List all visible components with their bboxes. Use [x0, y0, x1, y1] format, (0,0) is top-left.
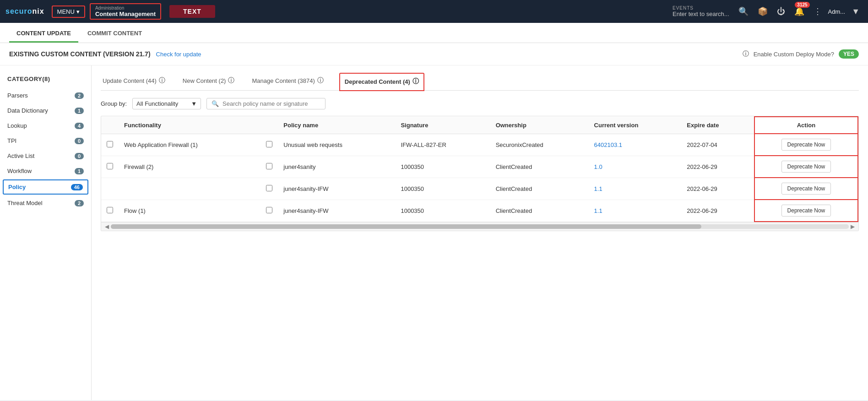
menu-chevron-icon: ▾ [76, 8, 80, 15]
table-row: Firewall (2) juner4sanity 1000350 Client… [101, 156, 858, 178]
search-icon[interactable]: 🔍 [736, 5, 751, 18]
row3-signature: 1000350 [395, 178, 490, 200]
menu-button[interactable]: MENU ▾ [52, 5, 85, 18]
update-content-info-icon: ⓘ [159, 76, 165, 85]
tab-update-content[interactable]: Update Content (44) ⓘ [101, 73, 167, 90]
adm-chevron-icon[interactable]: ▼ [849, 5, 863, 18]
row4-policy-checkbox[interactable] [266, 207, 272, 213]
manage-content-info-icon: ⓘ [317, 76, 324, 85]
group-by-label: Group by: [101, 100, 127, 107]
row4-expire-date: 2022-06-29 [681, 200, 754, 222]
admin-title: Content Management [95, 11, 156, 17]
row1-functionality: Web Application Firewall (1) [119, 134, 260, 156]
col-current-version: Current version [589, 117, 682, 134]
row2-version-link[interactable]: 1.0 [594, 163, 602, 170]
top-navigation: securonix MENU ▾ Administration Content … [0, 0, 868, 23]
events-placeholder: Enter text to search... [673, 11, 729, 17]
tab-new-content-label: New Content (2) [183, 77, 226, 84]
sidebar-item-lookup[interactable]: Lookup 4 [0, 118, 91, 133]
row2-expire-date: 2022-06-29 [681, 156, 754, 178]
page-title: EXISTING CUSTOM CONTENT (VERSION 21.7) [9, 50, 151, 58]
row3-policy-name: juner4sanity-IFW [278, 178, 395, 200]
events-section: EVENTS Enter text to search... [673, 5, 729, 17]
row3-deprecate-button[interactable]: Deprecate Now [781, 183, 831, 195]
sidebar-item-workflow[interactable]: Workflow 1 [0, 163, 91, 179]
sidebar-item-parsers-badge: 2 [75, 92, 84, 99]
sidebar-item-data-dictionary[interactable]: Data Dictionary 1 [0, 103, 91, 118]
check-update-link[interactable]: Check for update [156, 51, 201, 58]
row2-policy-checkbox-cell [260, 156, 278, 178]
sidebar-item-tpi-badge: 0 [75, 138, 84, 144]
row1-version-link[interactable]: 6402103.1 [594, 141, 622, 148]
sidebar-item-workflow-badge: 1 [75, 168, 84, 174]
row3-ownership: ClientCreated [490, 178, 589, 200]
row4-parent-checkbox-cell [101, 200, 119, 222]
row4-version-link[interactable]: 1.1 [594, 207, 602, 214]
row3-empty-cell [101, 178, 119, 200]
plus-box-icon[interactable]: 📦 [755, 5, 770, 18]
content-area: Update Content (44) ⓘ New Content (2) ⓘ … [92, 65, 868, 400]
sidebar-item-active-list[interactable]: Active List 0 [0, 148, 91, 163]
page-header: EXISTING CUSTOM CONTENT (VERSION 21.7) C… [0, 43, 868, 65]
deploy-toggle[interactable]: YES [839, 49, 859, 59]
group-by-value: All Functionality [136, 100, 178, 107]
scroll-left-icon[interactable]: ◀ [103, 223, 111, 230]
sidebar-item-threat-model[interactable]: Threat Model 2 [0, 195, 91, 211]
row1-parent-checkbox[interactable] [107, 141, 113, 147]
row2-action-cell: Deprecate Now [754, 156, 858, 178]
row1-deprecate-button[interactable]: Deprecate Now [781, 139, 831, 151]
sidebar-item-tpi[interactable]: TPI 0 [0, 133, 91, 148]
row2-deprecate-button[interactable]: Deprecate Now [781, 161, 831, 173]
row4-parent-checkbox[interactable] [107, 207, 113, 213]
scroll-track[interactable] [111, 224, 849, 229]
deprecated-content-table: Functionality Policy name Signature Owne… [101, 116, 858, 222]
power-icon[interactable]: ⏻ [774, 5, 788, 18]
group-by-chevron-icon: ▼ [191, 100, 197, 107]
row4-functionality: Flow (1) [119, 200, 260, 222]
page-header-left: EXISTING CUSTOM CONTENT (VERSION 21.7) C… [9, 50, 201, 58]
col-checkbox [101, 117, 119, 134]
deploy-info-icon: ⓘ [743, 50, 749, 58]
sidebar-item-threat-model-label: Threat Model [7, 200, 43, 206]
col-expire-date: Expire date [681, 117, 754, 134]
tab-deprecated-content[interactable]: Deprecated Content (4) ⓘ [339, 73, 424, 91]
row3-action-cell: Deprecate Now [754, 178, 858, 200]
horizontal-scrollbar[interactable]: ◀ ▶ [101, 222, 858, 231]
notifications-button[interactable]: 🔔 3125 [792, 5, 807, 18]
row2-policy-checkbox[interactable] [266, 163, 272, 169]
search-input[interactable] [222, 100, 320, 107]
tab-content-update[interactable]: CONTENT UPDATE [9, 24, 78, 43]
search-box[interactable]: 🔍 [206, 98, 326, 109]
row4-deprecate-button[interactable]: Deprecate Now [781, 205, 831, 217]
row2-parent-checkbox-cell [101, 156, 119, 178]
text-highlight: TEXT [169, 5, 215, 18]
sidebar-item-parsers-label: Parsers [7, 92, 28, 99]
row1-parent-checkbox-cell [101, 134, 119, 156]
adm-button[interactable]: Adm... [828, 8, 846, 15]
sidebar-item-workflow-label: Workflow [7, 168, 32, 174]
admin-label: Administration [95, 5, 156, 11]
row2-parent-checkbox[interactable] [107, 163, 113, 169]
dots-menu-icon[interactable]: ⋮ [811, 5, 825, 18]
sidebar-item-parsers[interactable]: Parsers 2 [0, 88, 91, 103]
tab-new-content[interactable]: New Content (2) ⓘ [181, 73, 237, 90]
row3-policy-checkbox-cell [260, 178, 278, 200]
table-row: Web Application Firewall (1) Unusual web… [101, 134, 858, 156]
group-by-select[interactable]: All Functionality ▼ [132, 98, 201, 109]
row4-policy-checkbox-cell [260, 200, 278, 222]
row1-ownership: SecuronixCreated [490, 134, 589, 156]
tab-commit-content[interactable]: COMMIT CONTENT [80, 24, 149, 43]
row1-action-cell: Deprecate Now [754, 134, 858, 156]
row3-policy-checkbox[interactable] [266, 185, 272, 191]
row3-version-link[interactable]: 1.1 [594, 185, 602, 192]
sidebar-item-policy[interactable]: Policy 46 [3, 179, 88, 195]
admin-nav[interactable]: Administration Content Management [90, 3, 161, 20]
logo: securonix [5, 7, 44, 16]
tab-manage-content[interactable]: Manage Content (3874) ⓘ [250, 73, 325, 90]
scroll-right-icon[interactable]: ▶ [849, 223, 857, 230]
col-action: Action [754, 117, 858, 134]
table-row: juner4sanity-IFW 1000350 ClientCreated 1… [101, 178, 858, 200]
sidebar-item-policy-badge: 46 [71, 184, 83, 190]
row1-policy-checkbox[interactable] [266, 141, 272, 147]
toolbar: Group by: All Functionality ▼ 🔍 [101, 98, 859, 109]
